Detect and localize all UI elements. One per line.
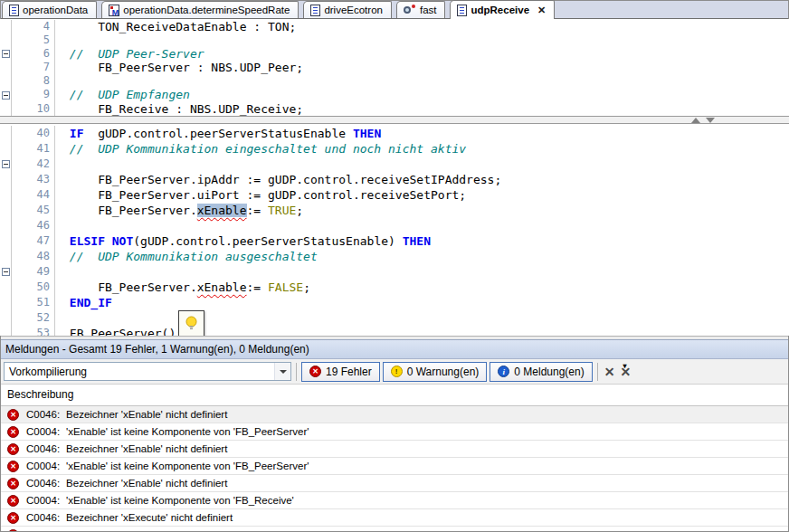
line-number: 50 [12,280,55,295]
line-number: 49 [12,264,55,280]
code-text[interactable]: TON_ReceiveDataEnable : TON; [55,20,296,33]
document-tabbar: operationDataoperationData.determineSpee… [0,0,789,19]
code-text[interactable]: FB_PeerServer.xEnable:= FALSE; [55,280,310,295]
close-icon[interactable]: ✕ [537,5,546,16]
message-category-dropdown[interactable]: Vorkompilierung [4,362,291,381]
message-code: C0046: [26,409,60,420]
line-number: 44 [12,187,55,203]
implementation-pane[interactable]: 40 IF gUDP.control.peerServerStatusEnabl… [0,124,789,336]
ide-window: operationDataoperationData.determineSpee… [0,0,789,532]
error-icon: ✕ [7,529,19,532]
message-text: Bezeichner 'xExecute' nicht definiert [66,512,233,523]
doc-icon [310,5,320,16]
code-text[interactable]: END_IF [55,295,112,310]
line-number: 4 [12,20,55,33]
code-line: 48 // UDP Kommunikation ausgeschaltet [0,249,789,264]
declaration-pane[interactable]: 4 TON_ReceiveDataEnable : TON;56 // UDP … [0,19,789,116]
fold-column [0,33,12,47]
message-code: C0046: [26,478,60,489]
message-row[interactable]: ✕C0046:Bezeichner 'xExecute' nicht defin… [0,509,789,527]
scroll-up-icon[interactable] [691,118,700,123]
message-code: C0004: [26,495,60,506]
clear-messages-button[interactable]: ✕ [604,366,615,378]
fold-collapse-icon[interactable] [2,268,10,276]
fold-column [0,157,12,172]
pane-splitter[interactable] [0,116,789,124]
code-line: 5 [0,33,789,47]
tab-fast[interactable]: fast [396,1,446,18]
error-icon: ✕ [7,409,19,421]
toolbar-separator [296,363,297,381]
tab-label: operationData.determineSpeedRate [123,5,290,15]
message-row[interactable]: ✕C0004:'xEnable' ist keine Komponente vo… [0,458,789,475]
chevron-down-icon[interactable] [274,363,290,380]
fold-collapse-icon[interactable] [2,160,10,168]
info-icon: i [498,366,509,377]
toolbar-separator [597,363,598,381]
code-line: 9 // UDP Empfangen [0,88,789,101]
tab-operationData[interactable]: operationData [2,1,97,18]
code-text[interactable] [55,74,62,88]
code-text[interactable]: FB_PeerServer(); [55,326,183,336]
code-text[interactable] [55,33,62,47]
code-line: 53 FB_PeerServer(); [0,326,789,336]
fold-column [0,264,12,280]
fold-column [0,172,12,187]
code-text[interactable] [55,218,62,233]
code-text[interactable]: // UDP Peer-Server [55,47,204,61]
code-text[interactable]: // UDP Kommunikation eingeschaltet und n… [55,141,466,157]
quickfix-smart-tag[interactable] [178,310,204,336]
message-text: Bezeichner 'xEnable' nicht definiert [66,409,227,420]
line-number: 53 [12,326,55,336]
filter-warning-button[interactable]: !0 Warnung(en) [383,362,488,382]
tab-label: udpReceive [471,5,529,15]
message-text: 'xEnable' ist keine Komponente von 'FB_P… [66,461,309,471]
scroll-down-icon[interactable] [706,118,715,123]
code-text[interactable]: IF gUDP.control.peerServerStatusEnable T… [55,126,381,141]
code-text[interactable]: FB_PeerServer.xEnable:= TRUE; [55,203,303,218]
code-line: 46 [0,218,789,233]
code-line: 45 FB_PeerServer.xEnable:= TRUE; [0,203,789,218]
code-text[interactable]: ELSIF NOT(gUDP.control.peerServerStatusE… [55,233,431,249]
message-tools: ✕✕ [604,366,631,378]
filter-info-button[interactable]: i0 Meldung(en) [490,362,592,382]
message-row[interactable]: ✕C0004:'xEnable' ist keine Komponente vo… [0,423,789,441]
tab-operationData.determineSpeedRate[interactable]: operationData.determineSpeedRate [101,1,299,18]
filter-error-button[interactable]: ✕19 Fehler [301,362,380,382]
tab-udpReceive[interactable]: udpReceive✕ [450,0,555,19]
fold-collapse-icon[interactable] [2,50,10,58]
message-row[interactable]: ✕C0046:Bezeichner 'xEnable' nicht defini… [0,406,789,423]
message-row[interactable]: ✕C0046:Bezeichner 'xEnable' nicht defini… [0,441,789,458]
tab-label: driveEcotron [324,5,383,15]
message-code: C0046: [26,512,60,523]
fold-collapse-icon[interactable] [2,91,10,100]
fold-column [0,187,12,203]
fold-column [0,141,12,157]
line-number: 51 [12,295,55,310]
line-number: 52 [12,310,55,326]
line-number: 8 [12,74,55,88]
fold-column [0,233,12,249]
tab-driveEcotron[interactable]: driveEcotron [303,1,392,18]
line-number: 48 [12,249,55,264]
message-row[interactable]: ✕C0004:'xEnable' ist keine Komponente vo… [0,492,789,509]
filter-label: 19 Fehler [326,366,372,378]
code-text[interactable] [55,157,62,172]
code-text[interactable]: // UDP Empfangen [55,88,190,101]
fold-column [0,249,12,264]
code-text[interactable] [55,264,62,280]
code-text[interactable]: FB_PeerServer.uiPort := gUDP.control.rec… [55,187,466,203]
code-line: 6 // UDP Peer-Server [0,47,789,61]
line-number: 47 [12,233,55,249]
message-row[interactable]: ✕ [0,527,789,532]
message-row[interactable]: ✕C0046:Bezeichner 'xEnable' nicht defini… [0,475,789,492]
doc-icon [457,5,467,16]
error-icon: ✕ [309,366,321,377]
code-text[interactable]: // UDP Kommunikation ausgeschaltet [55,249,318,264]
code-text[interactable]: FB_Receive : NBS.UDP_Receive; [55,102,303,116]
code-text[interactable]: FB_PeerServer.ipAddr := gUDP.control.rec… [55,172,501,187]
code-text[interactable]: FB_PeerServer : NBS.UDP_Peer; [55,61,303,74]
code-line: 43 FB_PeerServer.ipAddr := gUDP.control.… [0,172,789,187]
clear-all-messages-button[interactable]: ✕ [620,366,631,378]
code-text[interactable] [55,310,62,326]
